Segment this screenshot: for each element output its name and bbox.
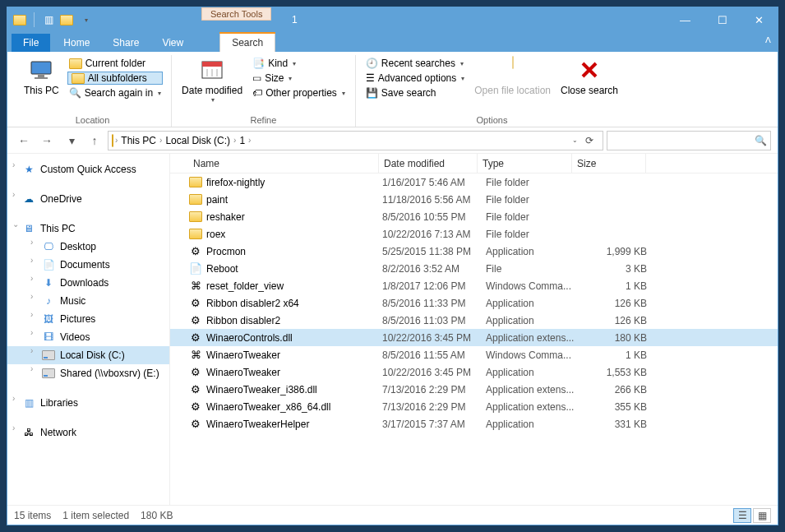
expand-icon[interactable]: › (30, 364, 33, 373)
tab-search[interactable]: Search (219, 33, 275, 52)
explorer-window: ▥ ▾ Search Tools 1 — ☐ ✕ File Home Share… (7, 7, 778, 525)
file-row[interactable]: 📄Reboot8/2/2016 3:52 AMFile3 KB (170, 260, 778, 277)
cell-type: Windows Comma... (486, 349, 586, 361)
tab-view[interactable]: View (150, 34, 195, 52)
col-size[interactable]: Size (572, 154, 646, 173)
tree-onedrive[interactable]: ☁OneDrive (7, 190, 169, 208)
breadcrumb-seg[interactable]: 1 (238, 135, 247, 146)
breadcrumb-dropdown-icon[interactable]: ⌄ (572, 136, 578, 144)
file-row[interactable]: ⚙WinaeroTweaker_i386.dll7/13/2016 2:29 P… (170, 381, 778, 398)
drive-icon (42, 349, 55, 362)
tab-file[interactable]: File (12, 34, 50, 52)
this-pc-button[interactable]: This PC (19, 55, 64, 98)
svg-rect-0 (31, 62, 51, 74)
tab-home[interactable]: Home (52, 34, 101, 52)
cell-date: 8/5/2016 11:55 AM (382, 349, 486, 361)
expand-icon[interactable]: › (30, 256, 33, 265)
new-folder-icon[interactable] (59, 12, 74, 27)
kind-button[interactable]: 📑Kind▾ (251, 57, 347, 70)
cell-name: WinaeroTweaker_i386.dll (206, 384, 382, 396)
tree-network[interactable]: 🖧Network (7, 423, 169, 442)
details-view-button[interactable]: ☰ (733, 508, 751, 523)
expand-icon[interactable]: › (12, 190, 15, 199)
current-folder-button[interactable]: Current folder (67, 57, 163, 70)
ribbon-tabs: File Home Share View Search ᐱ ? (7, 32, 778, 52)
cell-size: 3 KB (586, 263, 655, 275)
history-dropdown-icon[interactable]: ▾ (62, 131, 81, 150)
cell-date: 10/22/2016 3:45 PM (382, 367, 486, 378)
file-row[interactable]: ⚙Ribbon disabler28/5/2016 11:03 PMApplic… (170, 312, 778, 329)
file-icon: 📄 (188, 262, 203, 275)
save-search-button[interactable]: 💾Save search (364, 86, 466, 99)
file-list[interactable]: firefox-nightly1/16/2017 5:46 AMFile fol… (170, 173, 778, 505)
file-row[interactable]: ⚙WinaeroTweaker_x86_64.dll7/13/2016 2:29… (170, 398, 778, 415)
collapse-ribbon-icon[interactable]: ᐱ (765, 35, 771, 44)
search-again-in-button[interactable]: 🔍Search again in▾ (67, 86, 163, 99)
expand-icon[interactable]: › (30, 274, 33, 283)
file-row[interactable]: ⚙Procmon5/25/2015 11:38 PMApplication1,9… (170, 243, 778, 260)
expand-icon[interactable]: › (30, 346, 33, 355)
date-modified-button[interactable]: Date modified▾ (177, 55, 247, 105)
search-input[interactable]: 🔍 (607, 131, 771, 150)
tree-quick-access[interactable]: ★Custom Quick Access (7, 160, 169, 178)
advanced-options-button[interactable]: ☰Advanced options▾ (364, 72, 466, 85)
expand-icon[interactable]: › (30, 310, 33, 319)
libraries-icon: ▥ (22, 396, 35, 409)
folder-icon (188, 228, 203, 241)
refresh-button[interactable]: ⟳ (580, 135, 599, 146)
tree-item-label: Local Disk (C:) (60, 349, 125, 361)
col-name[interactable]: Name (188, 154, 379, 173)
expand-icon[interactable]: › (30, 292, 33, 301)
nav-tree[interactable]: › ★Custom Quick Access › ☁OneDrive ⌄ 🖥Th… (7, 154, 170, 505)
file-row[interactable]: ⌘reset_folder_view1/8/2017 12:06 PMWindo… (170, 277, 778, 294)
size-button[interactable]: ▭Size▾ (251, 72, 347, 85)
cell-name: Reboot (206, 263, 382, 275)
thumbnails-view-button[interactable]: ▦ (753, 508, 771, 523)
col-type[interactable]: Type (478, 154, 572, 173)
up-button[interactable]: ↑ (85, 131, 104, 150)
expand-icon[interactable]: › (30, 238, 33, 247)
file-row[interactable]: ⚙WinaeroControls.dll10/22/2016 3:45 PMAp… (170, 329, 778, 346)
close-button[interactable]: ✕ (741, 8, 778, 32)
expand-icon[interactable]: › (12, 394, 15, 403)
file-row[interactable]: ⌘WinaeroTweaker8/5/2016 11:55 AMWindows … (170, 346, 778, 363)
minimize-button[interactable]: — (667, 8, 704, 32)
cell-type: Application (486, 367, 586, 378)
file-row[interactable]: paint11/18/2016 5:56 AMFile folder (170, 191, 778, 208)
back-button[interactable]: ← (14, 131, 34, 150)
all-subfolders-button[interactable]: All subfolders (67, 72, 163, 85)
cell-name: reset_folder_view (206, 280, 382, 292)
tree-this-pc[interactable]: 🖥This PC (7, 220, 169, 238)
other-properties-button[interactable]: 🏷Other properties▾ (251, 86, 347, 99)
ribbon: This PC Current folder All subfolders 🔍S… (7, 52, 778, 127)
file-row[interactable]: firefox-nightly1/16/2017 5:46 AMFile fol… (170, 173, 778, 191)
file-row[interactable]: roex10/22/2016 7:13 AMFile folder (170, 225, 778, 243)
expand-icon[interactable]: › (30, 328, 33, 337)
open-file-location-button: Open file location (469, 55, 556, 98)
properties-icon[interactable]: ▥ (41, 12, 56, 27)
cell-size: 1 KB (586, 280, 655, 292)
close-search-button[interactable]: Close search (556, 55, 623, 98)
cell-size: 126 KB (586, 315, 655, 326)
svg-rect-1 (38, 75, 44, 77)
file-row[interactable]: ⚙WinaeroTweaker10/22/2016 3:45 PMApplica… (170, 363, 778, 381)
file-row[interactable]: ⚙Ribbon disabler2 x648/5/2016 11:33 PMAp… (170, 294, 778, 312)
file-row[interactable]: ⚙WinaeroTweakerHelper3/17/2015 7:37 AMAp… (170, 415, 778, 433)
recent-searches-button[interactable]: 🕘Recent searches▾ (364, 57, 466, 70)
cell-type: Application (486, 298, 586, 309)
breadcrumb[interactable]: › This PC › Local Disk (C:) › 1 › ⌄ ⟳ (108, 131, 603, 150)
folder-type-icon: ♪ (42, 294, 55, 308)
dll-icon: ⚙ (188, 331, 203, 345)
col-date[interactable]: Date modified (379, 154, 478, 173)
breadcrumb-seg[interactable]: Local Disk (C:) (164, 135, 232, 146)
collapse-icon[interactable]: ⌄ (12, 220, 19, 229)
breadcrumb-seg[interactable]: This PC (119, 135, 158, 146)
tree-libraries[interactable]: ▥Libraries (7, 394, 169, 412)
qat-dropdown-icon[interactable]: ▾ (79, 12, 94, 27)
close-search-label: Close search (561, 85, 618, 96)
expand-icon[interactable]: › (12, 423, 15, 433)
expand-icon[interactable]: › (12, 160, 15, 169)
tab-share[interactable]: Share (101, 34, 150, 52)
file-row[interactable]: reshaker8/5/2016 10:55 PMFile folder (170, 208, 778, 225)
maximize-button[interactable]: ☐ (704, 8, 741, 32)
